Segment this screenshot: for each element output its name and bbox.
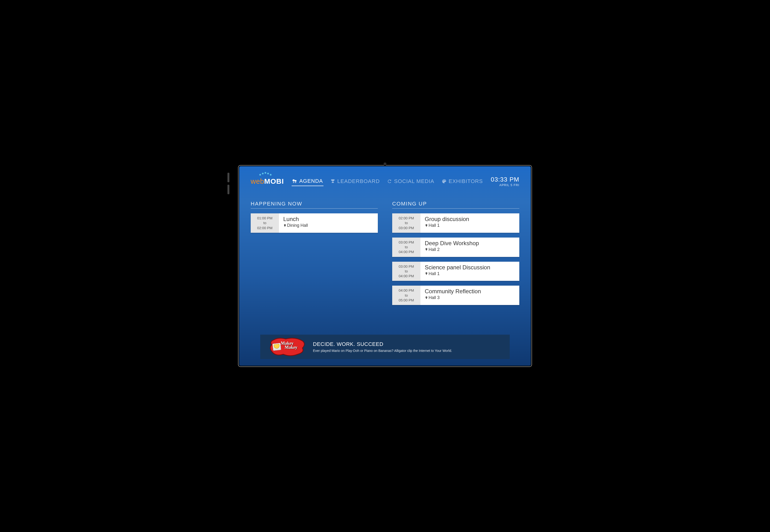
clock: 03:33 PM APRIL 5 FRI	[491, 176, 519, 187]
event-location: Hall 1	[425, 271, 515, 276]
palette-icon	[441, 179, 447, 184]
column-now: HAPPENING NOW 01:00 PM to 02:00 PM Lunch…	[251, 201, 378, 333]
content-area: HAPPENING NOW 01:00 PM to 02:00 PM Lunch…	[251, 201, 519, 333]
sponsor-logo: Makey Makey	[269, 338, 305, 356]
sponsor-copy: DECIDE. WORK. SUCCEED Ever played Mario …	[313, 341, 452, 353]
event-to: to	[253, 221, 277, 225]
event-start: 03:00 PM	[394, 240, 418, 245]
event-title: Deep Dive Workshop	[425, 240, 515, 247]
logo-part-mobi: MOBI	[264, 177, 284, 185]
tab-social[interactable]: SOCIAL MEDIA	[386, 177, 435, 186]
event-title: Community Reflection	[425, 288, 515, 295]
device-button	[228, 185, 230, 194]
tab-exhibitors-label: EXHIBITORS	[449, 178, 483, 184]
pin-icon	[425, 247, 428, 252]
event-end: 02:00 PM	[253, 226, 277, 230]
pin-icon	[283, 223, 287, 228]
event-to: to	[394, 293, 418, 298]
chat-icon	[292, 178, 297, 184]
trophy-icon	[330, 179, 335, 184]
event-start: 02:00 PM	[394, 216, 418, 221]
event-location: Hall 1	[425, 223, 515, 228]
section-header-up: COMING UP	[392, 201, 519, 209]
nav-tabs: AGENDA LEADERBOARD SOCIAL MEDIA EXHIBITO…	[292, 177, 483, 186]
clock-time: 03:33 PM	[491, 176, 519, 183]
event-start: 01:00 PM	[253, 216, 277, 221]
refresh-icon	[387, 179, 392, 184]
event-start: 04:00 PM	[394, 288, 418, 293]
device-camera	[383, 162, 387, 166]
event-to: to	[394, 221, 418, 225]
event-time: 04:00 PM to 05:00 PM	[392, 286, 420, 305]
section-header-now: HAPPENING NOW	[251, 201, 378, 209]
event-end: 03:00 PM	[394, 226, 418, 230]
event-end: 04:00 PM	[394, 249, 418, 254]
event-location-text: Hall 1	[429, 271, 440, 276]
tab-agenda[interactable]: AGENDA	[292, 177, 324, 186]
tab-social-label: SOCIAL MEDIA	[394, 178, 434, 184]
sponsor-headline: DECIDE. WORK. SUCCEED	[313, 341, 452, 347]
app-logo: web MOBI	[251, 177, 284, 185]
sponsor-logo-text2: Makey	[285, 345, 297, 349]
event-card[interactable]: 04:00 PM to 05:00 PM Community Reflectio…	[392, 286, 519, 305]
event-time: 03:00 PM to 04:00 PM	[392, 262, 420, 281]
event-card[interactable]: 01:00 PM to 02:00 PM Lunch Dining Hall	[251, 213, 378, 233]
event-to: to	[394, 245, 418, 249]
event-title: Science panel Discussion	[425, 264, 515, 271]
event-time: 03:00 PM to 04:00 PM	[392, 238, 420, 257]
event-location-text: Dining Hall	[287, 223, 308, 228]
tab-leaderboard[interactable]: LEADERBOARD	[330, 177, 380, 186]
app-screen: web MOBI AGENDA LEADERBOARD SOCIAL MEDIA	[239, 166, 531, 366]
event-card[interactable]: 03:00 PM to 04:00 PM Deep Dive Workshop …	[392, 238, 519, 257]
pin-icon	[425, 272, 428, 276]
event-location-text: Hall 1	[429, 223, 440, 228]
column-upcoming: COMING UP 02:00 PM to 03:00 PM Group dis…	[392, 201, 519, 333]
tab-agenda-label: AGENDA	[299, 178, 323, 184]
event-end: 04:00 PM	[394, 274, 418, 278]
sponsor-sub: Ever played Mario on Play-Doh or Piano o…	[313, 349, 452, 353]
event-start: 03:00 PM	[394, 264, 418, 269]
clock-date: APRIL 5 FRI	[491, 183, 519, 187]
event-location: Hall 3	[425, 295, 515, 300]
event-time: 02:00 PM to 03:00 PM	[392, 213, 420, 233]
event-location-text: Hall 2	[429, 247, 440, 252]
header: web MOBI AGENDA LEADERBOARD SOCIAL MEDIA	[251, 176, 519, 187]
event-location-text: Hall 3	[429, 295, 440, 300]
event-location: Dining Hall	[283, 223, 374, 228]
event-time: 01:00 PM to 02:00 PM	[251, 213, 279, 233]
sponsor-banner[interactable]: Makey Makey DECIDE. WORK. SUCCEED Ever p…	[260, 335, 510, 359]
pin-icon	[425, 296, 428, 300]
event-to: to	[394, 269, 418, 274]
pin-icon	[425, 223, 428, 228]
tablet-frame: web MOBI AGENDA LEADERBOARD SOCIAL MEDIA	[230, 158, 540, 374]
event-card[interactable]: 02:00 PM to 03:00 PM Group discussion Ha…	[392, 213, 519, 233]
logo-part-web: web	[251, 177, 264, 185]
event-end: 05:00 PM	[394, 298, 418, 303]
event-title: Group discussion	[425, 216, 515, 222]
tab-leaderboard-label: LEADERBOARD	[337, 178, 380, 184]
tab-exhibitors[interactable]: EXHIBITORS	[441, 177, 483, 186]
device-button	[228, 173, 230, 182]
event-title: Lunch	[283, 216, 374, 222]
event-location: Hall 2	[425, 247, 515, 252]
event-card[interactable]: 03:00 PM to 04:00 PM Science panel Discu…	[392, 262, 519, 281]
